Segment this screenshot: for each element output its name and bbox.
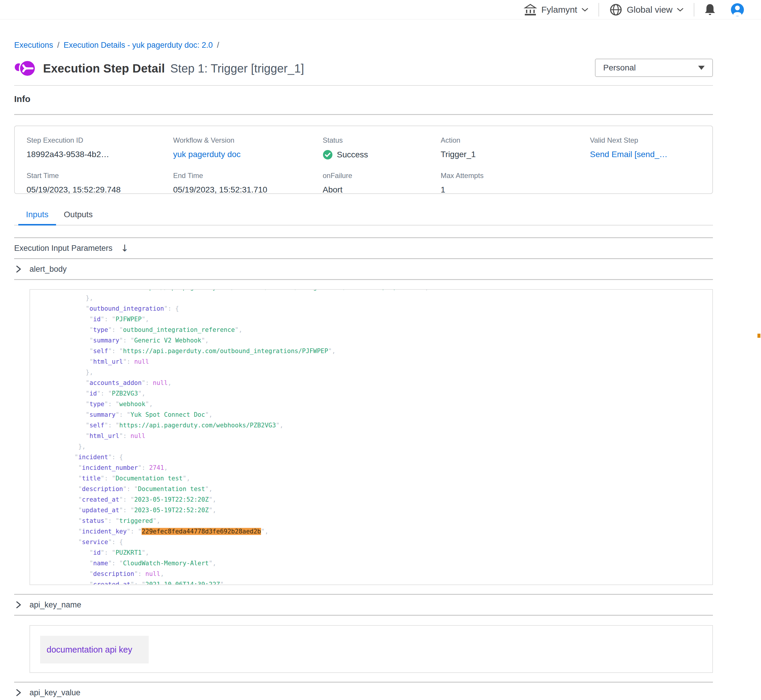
field-value: 1 [441, 185, 590, 195]
execution-input-parameters-label: Execution Input Parameters [14, 244, 113, 253]
field-value: 18992a43-9538-4b2… [27, 150, 173, 159]
org-switcher[interactable]: Fylamynt [518, 3, 594, 17]
code-line: "type": "outbound_integration_reference"… [60, 325, 712, 335]
field-value: Trigger_1 [441, 150, 590, 159]
status-badge: Success [337, 150, 368, 159]
field-valid-next-step: Valid Next Step Send Email [send_… [590, 136, 712, 160]
alert-body-json-viewer[interactable]: "self": "https://api.pagerduty.com/servi… [30, 289, 713, 585]
info-heading: Info [14, 94, 713, 104]
code-line: "title": "Documentation test", [60, 473, 712, 484]
user-menu-button[interactable] [726, 3, 749, 17]
code-line: "name": "CloudWatch-Memory-Alert", [60, 558, 712, 569]
code-line: "incident_number": 2741, [60, 462, 712, 473]
code-line: }, [60, 293, 712, 303]
chevron-right-icon [15, 688, 22, 697]
field-workflow-version: Workflow & Version yuk pagerduty doc [173, 136, 323, 160]
field-start-time: Start Time 05/19/2023, 15:52:29.748 [27, 172, 173, 195]
field-label: Max Attempts [441, 172, 590, 180]
code-line: "id": "PZB2VG3", [60, 388, 712, 399]
field-label: Status [323, 136, 441, 144]
code-line: }, [60, 367, 712, 378]
api-key-name-chip: documentation api key [40, 636, 149, 664]
chevron-right-icon [15, 600, 22, 609]
code-line: "id": "PJFWPEP", [60, 314, 712, 325]
highlighted-incident-key: 229efec8feda44778d3fe692b28aed2b [142, 528, 261, 535]
code-line: "outbound_integration": { [60, 303, 712, 314]
page-title: Execution Step Detail [43, 62, 165, 75]
field-end-time: End Time 05/19/2023, 15:52:31.710 [173, 172, 323, 195]
scope-select-value: Personal [603, 63, 636, 72]
code-line: "incident_key": "229efec8feda44778d3fe69… [60, 526, 712, 537]
param-name: api_key_value [30, 688, 80, 697]
field-action: Action Trigger_1 [441, 136, 590, 160]
bell-icon [704, 3, 716, 17]
header-divider [598, 3, 599, 17]
chevron-down-icon [676, 7, 684, 12]
field-step-execution-id: Step Execution ID 18992a43-9538-4b2… [27, 136, 173, 160]
code-block: "self": "https://api.pagerduty.com/servi… [30, 289, 712, 585]
field-empty [590, 172, 712, 195]
code-line: "description": "Documentation test", [60, 484, 712, 494]
field-status: Status Success [323, 136, 441, 160]
divider [14, 279, 713, 280]
field-label: End Time [173, 172, 323, 180]
field-label: Step Execution ID [27, 136, 173, 144]
code-line: "incident": { [60, 452, 712, 462]
code-line: "type": "webhook", [60, 399, 712, 409]
field-value: 05/19/2023, 15:52:29.748 [27, 185, 173, 195]
download-arrow-icon[interactable]: ↓ [121, 242, 128, 254]
field-max-attempts: Max Attempts 1 [441, 172, 590, 195]
code-line: "description": null, [60, 569, 712, 579]
breadcrumb-executions[interactable]: Executions [14, 41, 53, 50]
param-row-api-key-name[interactable]: api_key_name [14, 595, 713, 615]
param-row-api-key-value[interactable]: api_key_value [14, 683, 713, 700]
param-name: api_key_name [30, 600, 81, 609]
view-switcher[interactable]: Global view [604, 3, 689, 17]
divider [14, 114, 713, 115]
notifications-button[interactable] [699, 3, 721, 17]
param-row-alert-body[interactable]: alert_body [14, 259, 713, 279]
header-divider [694, 3, 694, 17]
chevron-right-icon [15, 264, 22, 274]
param-name: alert_body [30, 265, 67, 274]
code-line: "self": "https://api.pagerduty.com/servi… [60, 289, 712, 293]
code-line: "status": "triggered", [60, 516, 712, 526]
globe-icon [609, 3, 623, 17]
next-step-link[interactable]: Send Email [send_… [590, 150, 712, 159]
code-line: }, [60, 441, 712, 452]
breadcrumb: Executions / Execution Details - yuk pag… [14, 41, 713, 50]
breadcrumb-execution-details[interactable]: Execution Details - yuk pagerduty doc: 2… [64, 41, 213, 50]
code-line: "service": { [60, 537, 712, 547]
breadcrumb-separator: / [57, 41, 60, 50]
field-label: Workflow & Version [173, 136, 323, 144]
code-line: "accounts_addon": null, [60, 378, 712, 388]
avatar-icon [730, 3, 744, 17]
field-value: 05/19/2023, 15:52:31.710 [173, 185, 323, 195]
code-line: "summary": "Yuk Spot Connect Doc", [60, 409, 712, 420]
tab-outputs[interactable]: Outputs [56, 206, 100, 225]
code-line: "id": "PUZKRT1", [60, 547, 712, 558]
bank-icon [523, 3, 537, 17]
code-line: "html_url": null [60, 431, 712, 441]
workflow-link[interactable]: yuk pagerduty doc [173, 150, 323, 159]
field-on-failure: onFailure Abort [323, 172, 441, 195]
code-line: "summary": "Generic V2 Webhook", [60, 335, 712, 346]
field-label: Valid Next Step [590, 136, 712, 144]
tab-inputs[interactable]: Inputs [18, 206, 56, 225]
code-line: "created_at": "2023-05-19T22:52:20Z", [60, 494, 712, 505]
code-line: "created_at": "2021-10-06T14:39:22Z", [60, 579, 712, 585]
field-value: Abort [323, 185, 441, 195]
view-name: Global view [627, 5, 673, 15]
divider [14, 85, 713, 86]
success-check-icon [323, 150, 333, 160]
page-title-row: Execution Step Detail Step 1: Trigger [t… [14, 58, 713, 79]
code-line: "updated_at": "2023-05-19T22:52:20Z", [60, 505, 712, 516]
code-line: "self": "https://api.pagerduty.com/webho… [60, 420, 712, 431]
scope-select[interactable]: Personal [595, 59, 713, 77]
breadcrumb-separator: / [217, 41, 219, 50]
page-subtitle: Step 1: Trigger [trigger_1] [170, 62, 304, 75]
top-header-bar: Fylamynt Global view [0, 0, 761, 19]
execution-input-parameters-header: Execution Input Parameters ↓ [14, 238, 713, 258]
api-key-name-value-box: documentation api key [30, 625, 713, 673]
field-label: Action [441, 136, 590, 144]
